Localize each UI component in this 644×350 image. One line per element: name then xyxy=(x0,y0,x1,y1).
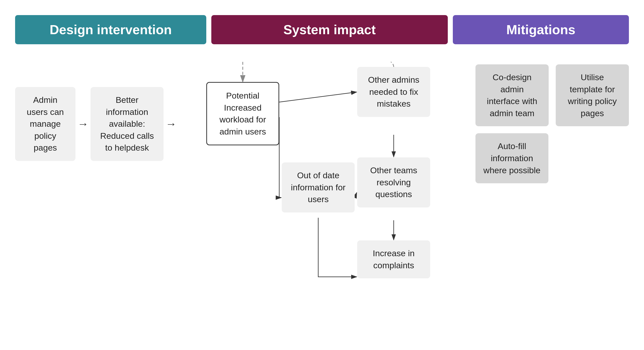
node-better: Better information available: Reduced ca… xyxy=(91,87,164,161)
node-utilise-text: Utilise template for writing policy page… xyxy=(568,72,617,118)
headers-row: Design intervention System impact Mitiga… xyxy=(15,15,629,44)
node-other-admins-text: Other admins needed to fix mistakes xyxy=(368,75,419,108)
mit-row-top: Co-design admin interface with admin tea… xyxy=(475,64,629,126)
node-out-of-date-text: Out of date information for users xyxy=(291,170,345,204)
node-utilise: Utilise template for writing policy page… xyxy=(556,64,629,126)
header-mitigations-label: Mitigations xyxy=(506,22,575,37)
node-increase-complaints: Increase in complaints xyxy=(357,240,430,278)
node-other-teams-text: Other teams resolving questions xyxy=(370,165,417,199)
header-mitigations: Mitigations xyxy=(453,15,629,44)
node-other-admins: Other admins needed to fix mistakes xyxy=(357,67,430,117)
arrow-admin-better: → xyxy=(75,118,91,130)
mit-row-bottom: Auto-fill information where possible xyxy=(475,133,629,183)
header-design-label: Design intervention xyxy=(50,22,172,37)
node-better-text: Better information available: Reduced ca… xyxy=(100,95,154,152)
design-col: Admin users can manage policy pages → Be… xyxy=(15,87,206,161)
header-design: Design intervention xyxy=(15,15,206,44)
node-potential-text: Potential Increased workload for admin u… xyxy=(219,91,266,136)
mitigations-col: Co-design admin interface with admin tea… xyxy=(468,64,629,326)
node-auto-fill: Auto-fill information where possible xyxy=(475,133,548,183)
node-admin: Admin users can manage policy pages xyxy=(15,87,75,161)
impact-mitigations-area: Potential Increased workload for admin u… xyxy=(206,62,629,326)
arrow-better-potential: → xyxy=(164,118,179,130)
node-admin-text: Admin users can manage policy pages xyxy=(27,95,64,152)
node-out-of-date: Out of date information for users xyxy=(282,162,355,212)
node-other-teams: Other teams resolving questions xyxy=(357,157,430,207)
node-co-design-text: Co-design admin interface with admin tea… xyxy=(487,72,537,118)
page: Design intervention System impact Mitiga… xyxy=(0,0,644,350)
header-impact-label: System impact xyxy=(283,22,376,37)
node-co-design: Co-design admin interface with admin tea… xyxy=(475,64,549,126)
node-auto-fill-text: Auto-fill information where possible xyxy=(484,141,541,175)
node-potential: Potential Increased workload for admin u… xyxy=(206,82,279,145)
impact-area: Potential Increased workload for admin u… xyxy=(206,62,468,326)
node-increase-complaints-text: Increase in complaints xyxy=(373,248,415,270)
header-impact: System impact xyxy=(211,15,448,44)
